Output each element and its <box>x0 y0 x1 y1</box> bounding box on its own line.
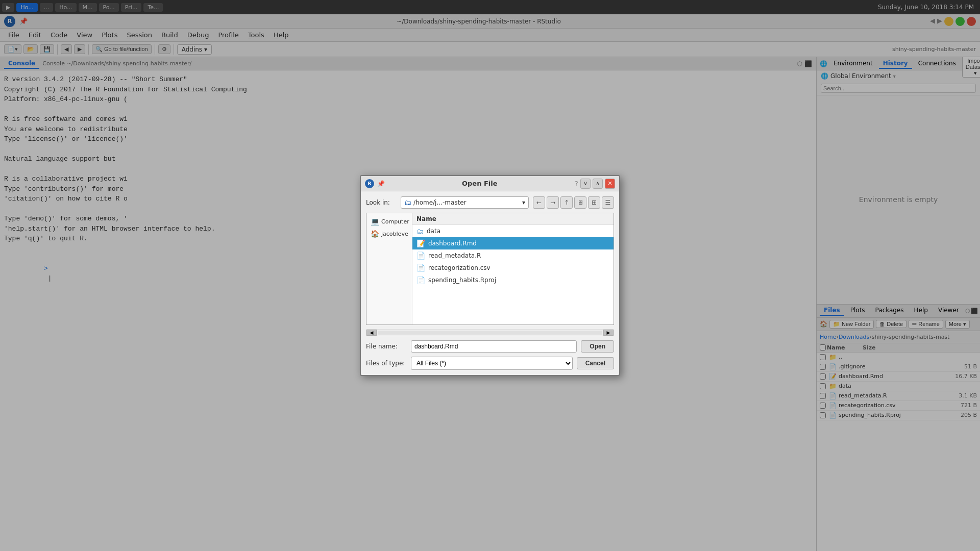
browser-folder-icon-data: 🗂 <box>416 227 424 235</box>
place-computer-label: Computer <box>381 218 409 225</box>
browser-header: Name <box>412 213 614 225</box>
nav-list-button[interactable]: ☰ <box>602 196 614 209</box>
nav-grid-button[interactable]: ⊞ <box>588 196 600 209</box>
files-of-type-label: Files of type: <box>366 360 407 367</box>
browser-item-dashboard[interactable]: 📝 dashboard.Rmd <box>412 237 614 249</box>
place-computer[interactable]: 💻 Computer <box>366 215 412 228</box>
file-browser-files: Name 🗂 data 📝 dashboard.Rmd 📄 read_metad… <box>412 213 614 324</box>
look-in-folder-icon: 🗂 <box>404 198 411 207</box>
look-in-path: /home/j...-master <box>413 199 467 206</box>
dialog-body: Look in: 🗂 /home/j...-master ▾ ← → ↑ 🖥 ⊞… <box>361 191 619 375</box>
browser-file-icon-dashboard: 📝 <box>416 239 425 247</box>
browser-file-icon-recategorization: 📄 <box>416 264 425 272</box>
place-home-label: jacobleve <box>381 231 408 237</box>
look-in-nav: ← → ↑ 🖥 ⊞ ☰ <box>533 196 614 209</box>
file-name-label: File name: <box>366 343 407 350</box>
dialog-controls: ? ∨ ∧ ✕ <box>575 179 615 189</box>
scroll-left-button[interactable]: ◀ <box>366 330 377 336</box>
browser-filename-read-metadata: read_metadata.R <box>428 252 481 259</box>
dialog-pin-icon: 📌 <box>377 180 385 187</box>
look-in-chevron: ▾ <box>522 199 525 206</box>
file-browser-places: 💻 Computer 🏠 jacobleve <box>366 213 412 324</box>
browser-filename-dashboard: dashboard.Rmd <box>428 240 477 247</box>
computer-icon: 💻 <box>371 217 379 226</box>
file-name-input[interactable] <box>411 340 577 353</box>
open-button[interactable]: Open <box>581 340 614 353</box>
dialog-title: Open File <box>385 180 575 187</box>
browser-filename-spending-habits: spending_habits.Rproj <box>428 277 496 284</box>
modal-overlay: R 📌 Open File ? ∨ ∧ ✕ Look in: 🗂 /home/j… <box>0 0 980 551</box>
nav-back-button[interactable]: ← <box>533 196 545 209</box>
nav-up-button[interactable]: ↑ <box>560 196 573 209</box>
place-home[interactable]: 🏠 jacobleve <box>366 228 412 240</box>
browser-filename-data: data <box>427 228 440 235</box>
home-place-icon: 🏠 <box>371 230 379 238</box>
nav-computer-button[interactable]: 🖥 <box>574 196 586 209</box>
dialog-titlebar: R 📌 Open File ? ∨ ∧ ✕ <box>361 176 619 191</box>
browser-item-data[interactable]: 🗂 data <box>412 225 614 237</box>
browser-item-recategorization[interactable]: 📄 recategorization.csv <box>412 262 614 274</box>
scroll-track <box>378 331 602 335</box>
files-of-type-select[interactable]: All Files (*) <box>411 357 573 370</box>
dialog-close-button[interactable]: ✕ <box>605 179 615 189</box>
dialog-minimize-button[interactable]: ∨ <box>580 179 591 189</box>
open-file-dialog: R 📌 Open File ? ∨ ∧ ✕ Look in: 🗂 /home/j… <box>360 175 620 376</box>
browser-file-icon-read-metadata: 📄 <box>416 252 425 260</box>
browser-item-read-metadata[interactable]: 📄 read_metadata.R <box>412 249 614 262</box>
horizontal-scrollbar[interactable]: ◀ ▶ <box>366 329 614 336</box>
dialog-help-icon[interactable]: ? <box>575 180 578 188</box>
dialog-maximize-button[interactable]: ∧ <box>593 179 603 189</box>
dialog-logo: R <box>365 179 374 188</box>
look-in-row: Look in: 🗂 /home/j...-master ▾ ← → ↑ 🖥 ⊞… <box>366 196 614 209</box>
cancel-button[interactable]: Cancel <box>577 357 614 369</box>
look-in-combo[interactable]: 🗂 /home/j...-master ▾ <box>401 196 529 209</box>
browser-item-spending-habits[interactable]: 📄 spending_habits.Rproj <box>412 274 614 286</box>
browser-filename-recategorization: recategorization.csv <box>428 264 491 271</box>
look-in-label: Look in: <box>366 199 397 206</box>
browser-file-icon-spending-habits: 📄 <box>416 276 425 284</box>
scroll-right-button[interactable]: ▶ <box>603 330 614 336</box>
nav-fwd-button[interactable]: → <box>547 196 559 209</box>
file-name-row: File name: Open <box>366 340 614 353</box>
file-browser: 💻 Computer 🏠 jacobleve Name 🗂 data <box>366 213 614 325</box>
file-type-row: Files of type: All Files (*) Cancel <box>366 357 614 370</box>
